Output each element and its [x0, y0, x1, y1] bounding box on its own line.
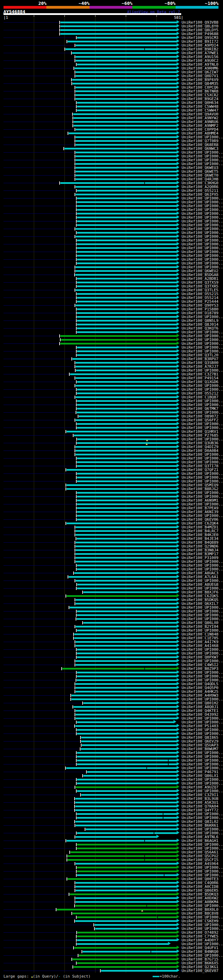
hit-bar[interactable] — [71, 851, 176, 853]
hit-label[interactable]: UniRef100_Q0D7V1 — [181, 74, 218, 78]
hit-label[interactable]: UniRef100_B6K6X5 — [181, 961, 218, 965]
hit-bar[interactable] — [74, 637, 176, 639]
hit-label[interactable]: UniRef100_Q6WEU3 — [181, 166, 218, 170]
hit-bar[interactable] — [60, 29, 176, 31]
hit-label[interactable]: UniRef100_Q4QDL5 — [181, 682, 218, 686]
hit-bar[interactable] — [75, 129, 176, 130]
hit-bar[interactable] — [72, 958, 176, 960]
hit-label[interactable]: UniRef100_Q6XIL7 — [181, 602, 218, 606]
hit-label[interactable]: UniRef100_A7PWE1 — [181, 51, 218, 55]
hit-bar[interactable] — [75, 136, 176, 138]
hit-bar[interactable] — [75, 718, 176, 719]
hit-bar[interactable] — [75, 802, 176, 803]
hit-bar[interactable] — [75, 542, 176, 543]
hit-bar[interactable] — [77, 461, 176, 463]
hit-bar[interactable] — [77, 752, 176, 754]
hit-bar[interactable] — [74, 966, 176, 968]
hit-label[interactable]: UniRef100_Q8IL02 — [181, 820, 218, 824]
hit-label[interactable]: UniRef100_Q86ER5 — [181, 889, 218, 892]
hit-bar[interactable] — [75, 549, 176, 551]
hit-bar[interactable] — [77, 243, 176, 245]
hit-label[interactable]: UniRef100_A9U156 — [181, 55, 218, 59]
hit-bar[interactable] — [77, 764, 176, 765]
hit-label[interactable]: UniRef100_P51403 — [181, 724, 218, 728]
hit-bar[interactable] — [60, 33, 176, 35]
hit-label[interactable]: UniRef100_Q56FF2 — [181, 418, 218, 422]
hit-label[interactable]: UniRef100_UPI000.. — [181, 502, 223, 506]
hit-bar[interactable] — [77, 282, 176, 283]
hit-bar[interactable] — [75, 228, 176, 230]
hit-bar[interactable] — [77, 404, 176, 406]
hit-label[interactable]: UniRef100_O74892 — [181, 931, 218, 934]
hit-bar[interactable] — [75, 396, 176, 398]
hit-bar[interactable] — [75, 236, 176, 237]
hit-bar[interactable] — [77, 844, 176, 845]
hit-label[interactable]: UniRef100_B3RPU7 — [181, 357, 218, 361]
hit-label[interactable]: UniRef100_UPI000.. — [181, 265, 223, 269]
hit-bar[interactable] — [75, 641, 176, 643]
hit-label[interactable]: UniRef100_A6N9M1 — [181, 498, 218, 502]
hit-label[interactable]: UniRef100_A8HME4 — [181, 131, 218, 135]
hit-label[interactable]: UniRef100_A4I468 — [181, 644, 218, 648]
hit-bar[interactable] — [77, 817, 176, 819]
hit-label[interactable]: UniRef100_A9TNL0 — [181, 62, 218, 67]
hit-bar[interactable] — [71, 695, 176, 696]
hit-label[interactable]: UniRef100_B8C8V8 — [181, 912, 218, 915]
hit-bar[interactable] — [77, 201, 176, 203]
hit-bar[interactable] — [77, 538, 176, 539]
hit-label[interactable]: UniRef100_C5XCR2 — [181, 93, 218, 97]
hit-bar[interactable] — [81, 748, 176, 750]
hit-bar[interactable] — [75, 175, 176, 176]
hit-bar[interactable] — [77, 312, 176, 314]
hit-bar[interactable] — [67, 878, 176, 880]
hit-bar[interactable] — [77, 492, 176, 494]
hit-bar[interactable] — [82, 744, 176, 746]
hit-label[interactable]: UniRef100_A6NI39 — [181, 510, 218, 514]
hit-bar[interactable] — [77, 427, 176, 429]
hit-bar[interactable] — [72, 79, 176, 81]
hit-bar[interactable] — [75, 836, 156, 838]
hit-label[interactable]: UniRef100_A0BKM4 — [181, 900, 218, 904]
hit-bar[interactable] — [57, 909, 176, 910]
hit-bar[interactable] — [77, 519, 176, 520]
hit-bar[interactable] — [69, 576, 176, 578]
hit-label[interactable]: UniRef100_Q3TXS9 — [181, 280, 218, 284]
hit-label[interactable]: UniRef100_UPI000.. — [181, 954, 223, 958]
hit-bar[interactable] — [77, 565, 176, 566]
hit-bar[interactable] — [74, 572, 176, 574]
hit-label[interactable]: UniRef100_A2BDB1 — [181, 277, 218, 280]
hit-bar[interactable] — [66, 767, 176, 769]
hit-bar[interactable] — [77, 584, 176, 585]
hit-bar[interactable] — [77, 511, 176, 513]
hit-bar[interactable] — [75, 144, 176, 146]
hit-label[interactable]: UniRef100_UPI000.. — [181, 812, 223, 816]
hit-bar[interactable] — [75, 786, 176, 788]
hit-label[interactable]: UniRef100_Q3TL20 — [181, 353, 218, 357]
hit-label[interactable]: UniRef100_A2Q0R6 — [181, 185, 218, 189]
hit-label[interactable]: UniRef100_UPI000.. — [181, 927, 223, 931]
hit-bar[interactable] — [77, 350, 176, 352]
hit-bar[interactable] — [77, 496, 176, 498]
hit-bar[interactable] — [60, 343, 176, 345]
hit-bar[interactable] — [75, 362, 176, 364]
hit-label[interactable]: UniRef100_B5DKQ5 — [181, 598, 218, 602]
hit-label[interactable]: UniRef100_P46791 — [181, 770, 218, 774]
hit-label[interactable]: UniRef100_UPI000.. — [181, 716, 223, 720]
hit-label[interactable]: UniRef100_Q6WET5 — [181, 170, 218, 173]
hit-bar[interactable] — [77, 652, 176, 654]
hit-bar[interactable] — [72, 358, 176, 360]
hit-label[interactable]: UniRef100_UPI000.. — [181, 349, 223, 353]
hit-label[interactable]: UniRef100_UPI000.. — [181, 514, 223, 518]
hit-bar[interactable] — [74, 706, 176, 708]
hit-bar[interactable] — [67, 840, 176, 842]
hit-bar[interactable] — [77, 813, 176, 815]
hit-label[interactable]: UniRef100_A4S964 — [181, 862, 218, 865]
hit-label[interactable]: UniRef100_UPI000.. — [181, 223, 223, 227]
hit-bar[interactable] — [77, 756, 176, 757]
hit-label[interactable]: UniRef100_UPI000.. — [181, 675, 223, 678]
hit-bar[interactable] — [77, 939, 176, 941]
hit-label[interactable]: UniRef100_UPI000.. — [181, 453, 223, 457]
hit-bar[interactable] — [75, 821, 176, 822]
hit-label[interactable]: UniRef100_Q8J014 — [181, 323, 218, 326]
hit-label[interactable]: UniRef100_Q7RA04 — [181, 805, 218, 808]
